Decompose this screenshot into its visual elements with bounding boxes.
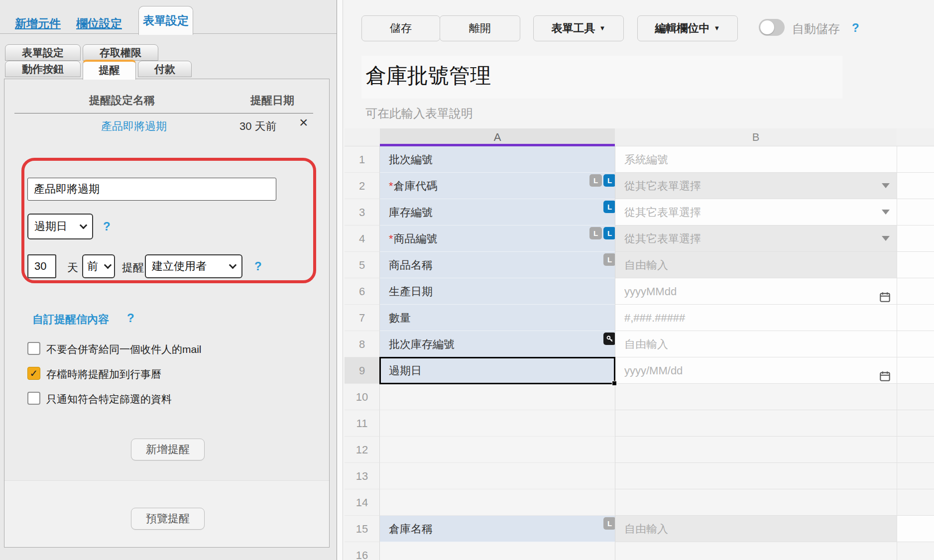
- autosave-help-icon[interactable]: ?: [852, 21, 859, 35]
- field-cell-warehouse-code[interactable]: *倉庫代碼 L L: [380, 173, 615, 199]
- preview-reminder-button[interactable]: 預覽提醒: [131, 508, 205, 530]
- subtab-action-buttons[interactable]: 動作按鈕: [5, 61, 81, 77]
- grid-cell[interactable]: [897, 305, 934, 331]
- row-number[interactable]: 2: [345, 173, 380, 199]
- row-number[interactable]: 16: [345, 542, 380, 560]
- link-badge-gray[interactable]: L: [589, 174, 602, 187]
- grid-cell[interactable]: [897, 410, 934, 437]
- value-cell[interactable]: 自由輸入: [615, 252, 897, 278]
- row-number[interactable]: 8: [345, 331, 380, 357]
- remind-help-icon[interactable]: ?: [254, 259, 262, 273]
- before-after-select[interactable]: 前: [82, 254, 115, 278]
- recipient-select[interactable]: 建立使用者: [145, 254, 242, 278]
- subtab-form-settings[interactable]: 表單設定: [5, 44, 81, 61]
- grid-cell[interactable]: [897, 146, 934, 173]
- grid-cell[interactable]: [897, 542, 934, 560]
- row-number[interactable]: 3: [345, 199, 380, 225]
- dropdown-caret-icon[interactable]: [882, 210, 890, 215]
- dropdown-caret-icon[interactable]: [882, 236, 890, 241]
- grid-corner-cell[interactable]: [345, 128, 380, 146]
- value-cell[interactable]: yyyy/MM/dd: [615, 357, 897, 384]
- empty-cell[interactable]: [380, 384, 615, 410]
- field-cell-warehouse-name[interactable]: 倉庫名稱 L: [380, 516, 615, 542]
- field-cell-product-name[interactable]: 商品名稱 L: [380, 252, 615, 278]
- row-number[interactable]: 7: [345, 305, 380, 331]
- empty-cell[interactable]: [615, 542, 897, 560]
- value-cell[interactable]: 自由輸入: [615, 516, 897, 542]
- link-badge-blue[interactable]: L: [603, 227, 616, 239]
- mail-help-icon[interactable]: ?: [127, 311, 134, 325]
- field-cell-product-number[interactable]: *商品編號 L L: [380, 225, 615, 252]
- custom-mail-content-link[interactable]: 自訂提醒信內容: [32, 312, 109, 327]
- grid-cell[interactable]: [897, 463, 934, 489]
- row-number[interactable]: 9: [345, 357, 380, 384]
- value-cell[interactable]: 從其它表單選擇: [615, 225, 897, 252]
- tab-field-settings[interactable]: 欄位設定: [76, 16, 122, 31]
- empty-cell[interactable]: [380, 437, 615, 463]
- tab-form-settings[interactable]: 表單設定: [138, 6, 193, 35]
- subtab-reminders[interactable]: 提醒: [83, 60, 136, 80]
- no-merge-checkbox[interactable]: [27, 342, 40, 355]
- row-number[interactable]: 6: [345, 278, 380, 305]
- value-cell[interactable]: #,###.#####: [615, 305, 897, 331]
- empty-cell[interactable]: [380, 410, 615, 437]
- column-header-b[interactable]: B: [615, 128, 897, 146]
- leave-button[interactable]: 離開: [440, 15, 520, 41]
- empty-cell[interactable]: [615, 437, 897, 463]
- tab-add-element[interactable]: 新增元件: [15, 16, 61, 31]
- delete-reminder-icon[interactable]: ×: [299, 114, 308, 131]
- days-input[interactable]: [27, 254, 56, 278]
- grid-cell[interactable]: [897, 489, 934, 516]
- empty-cell[interactable]: [380, 463, 615, 489]
- reminder-name-input[interactable]: [27, 178, 276, 201]
- editing-fields-dropdown[interactable]: 編輯欄位中▼: [637, 15, 738, 41]
- column-header-c[interactable]: [897, 128, 934, 146]
- grid-cell[interactable]: [897, 437, 934, 463]
- date-field-select[interactable]: 過期日: [27, 214, 93, 239]
- key-field-badge[interactable]: [603, 333, 616, 345]
- field-cell-production-date[interactable]: 生產日期: [380, 278, 615, 305]
- grid-cell[interactable]: [897, 331, 934, 357]
- reminder-entry-link[interactable]: 產品即將過期: [101, 119, 167, 134]
- link-badge-blue[interactable]: L: [603, 174, 616, 187]
- value-cell[interactable]: 自由輸入: [615, 331, 897, 357]
- value-cell[interactable]: 從其它表單選擇: [615, 199, 897, 225]
- field-cell-stock-number[interactable]: 庫存編號 L: [380, 199, 615, 225]
- grid-cell[interactable]: [897, 357, 934, 384]
- link-badge-gray[interactable]: L: [603, 253, 616, 266]
- grid-cell[interactable]: [897, 516, 934, 542]
- empty-cell[interactable]: [615, 463, 897, 489]
- grid-cell[interactable]: [897, 199, 934, 225]
- field-cell-batch-number[interactable]: 批次編號: [380, 146, 615, 173]
- row-number[interactable]: 12: [345, 437, 380, 463]
- row-number[interactable]: 5: [345, 252, 380, 278]
- form-description-placeholder[interactable]: 可在此輸入表單說明: [365, 106, 473, 121]
- row-number[interactable]: 11: [345, 410, 380, 437]
- value-cell[interactable]: 從其它表單選擇: [615, 173, 897, 199]
- column-header-a[interactable]: A: [380, 128, 615, 146]
- link-badge-gray[interactable]: L: [603, 517, 616, 530]
- field-help-icon[interactable]: ?: [103, 220, 111, 233]
- row-number[interactable]: 4: [345, 225, 380, 252]
- row-number[interactable]: 10: [345, 384, 380, 410]
- subtab-access-rights[interactable]: 存取權限: [83, 44, 158, 61]
- add-reminder-button[interactable]: 新增提醒: [131, 439, 205, 460]
- value-cell[interactable]: yyyyMMdd: [615, 278, 897, 305]
- add-to-calendar-checkbox[interactable]: ✓: [27, 367, 40, 380]
- empty-cell[interactable]: [380, 489, 615, 516]
- value-cell[interactable]: 系統編號: [615, 146, 897, 173]
- link-badge-blue[interactable]: L: [603, 201, 616, 213]
- field-cell-quantity[interactable]: 數量: [380, 305, 615, 331]
- row-number[interactable]: 1: [345, 146, 380, 173]
- selected-cell-outline[interactable]: [379, 357, 615, 384]
- filter-only-checkbox[interactable]: [27, 392, 40, 405]
- grid-cell[interactable]: [897, 278, 934, 305]
- save-button[interactable]: 儲存: [361, 15, 440, 41]
- dropdown-caret-icon[interactable]: [882, 183, 890, 188]
- subtab-payment[interactable]: 付款: [138, 61, 192, 77]
- empty-cell[interactable]: [615, 410, 897, 437]
- grid-cell[interactable]: [897, 225, 934, 252]
- empty-cell[interactable]: [615, 384, 897, 410]
- grid-cell[interactable]: [897, 384, 934, 410]
- fill-handle[interactable]: [612, 381, 617, 386]
